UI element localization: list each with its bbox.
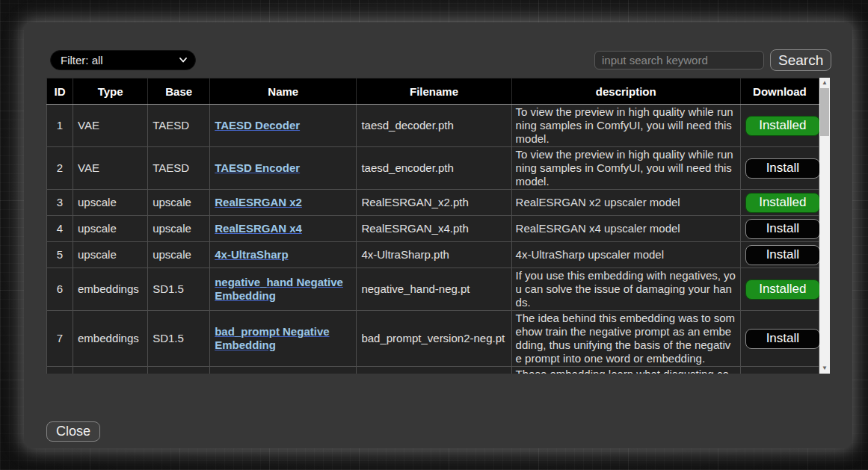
install-models-dialog: Filter: all Search IDTypeBaseNameFilenam…	[24, 22, 852, 448]
cell-base: TAESD	[148, 147, 210, 190]
cell-name: RealESRGAN x2	[210, 190, 357, 216]
scroll-up-button[interactable]: ▲	[819, 78, 830, 88]
cell-name: RealESRGAN x4	[210, 216, 357, 242]
table-row: 6 embeddings SD1.5 negative_hand Negativ…	[47, 268, 819, 311]
install-button[interactable]: Install	[745, 219, 820, 239]
cell-filename: bad_prompt_version2-neg.pt	[357, 311, 511, 367]
install-button[interactable]: Installed	[745, 116, 820, 136]
cell-name: TAESD Decoder	[210, 105, 357, 147]
cell-id: 6	[47, 268, 73, 311]
cell-type: upscale	[73, 242, 148, 268]
cell-type: embeddings	[73, 268, 148, 311]
cell-filename: taesd_decoder.pth	[357, 105, 511, 147]
model-name-link[interactable]: RealESRGAN x2	[215, 196, 302, 208]
cell-filename: taesd_encoder.pth	[357, 147, 511, 190]
cell-id: 4	[47, 216, 73, 242]
close-button[interactable]: Close	[46, 421, 100, 442]
install-button[interactable]: Install	[745, 245, 820, 265]
search-input[interactable]	[594, 51, 764, 69]
column-header-name: Name	[210, 78, 357, 105]
cell-type: VAE	[73, 105, 148, 147]
cell-id: 7	[47, 311, 73, 367]
column-header-download: Download	[740, 78, 819, 105]
cell-base	[148, 367, 210, 374]
cell-filename	[357, 367, 511, 374]
model-name-link[interactable]: 4x-UltraSharp	[215, 248, 288, 261]
model-name-link[interactable]: TAESD Encoder	[215, 161, 300, 174]
column-header-filename: Filename	[357, 78, 511, 105]
cell-description: To view the preview in high quality whil…	[511, 147, 740, 190]
filter-select-wrap: Filter: all	[50, 50, 196, 70]
table-row: 7 embeddings SD1.5 bad_prompt Negative E…	[47, 311, 819, 367]
scroll-down-button[interactable]: ▼	[819, 363, 830, 374]
cell-description: To view the preview in high quality whil…	[511, 105, 740, 147]
install-button[interactable]: Installed	[745, 193, 820, 213]
table-row: 2 VAE TAESD TAESD Encoder taesd_encoder.…	[47, 147, 819, 190]
cell-download: Install	[740, 147, 819, 190]
cell-base: SD1.5	[148, 268, 210, 311]
model-name-link[interactable]: bad_prompt Negative Embedding	[215, 325, 329, 351]
filter-select[interactable]: Filter: all	[50, 50, 196, 70]
scrollbar-thumb[interactable]	[820, 88, 829, 136]
cell-type	[73, 367, 148, 374]
cell-description: 4x-UltraSharp upscaler model	[511, 242, 740, 268]
cell-description: RealESRGAN x4 upscaler model	[511, 216, 740, 242]
cell-description: These embedding learn what disgusting co…	[511, 367, 740, 374]
cell-base: upscale	[148, 216, 210, 242]
column-header-id: ID	[47, 78, 73, 105]
cell-type: upscale	[73, 190, 148, 216]
column-header-description: description	[511, 78, 740, 105]
cell-filename: negative_hand-neg.pt	[357, 268, 511, 311]
cell-base: TAESD	[148, 105, 210, 147]
install-button[interactable]: Install	[745, 329, 820, 349]
cell-download: Installed	[740, 105, 819, 147]
cell-id	[47, 367, 73, 374]
cell-description: RealESRGAN x2 upscaler model	[511, 190, 740, 216]
cell-base: upscale	[148, 242, 210, 268]
cell-name: negative_hand Negative Embedding	[210, 268, 357, 311]
models-table-container: IDTypeBaseNameFilenamedescriptionDownloa…	[46, 78, 830, 374]
cell-filename: RealESRGAN_x4.pth	[357, 216, 511, 242]
cell-name: TAESD Encoder	[210, 147, 357, 190]
model-name-link[interactable]: TAESD Decoder	[215, 119, 300, 132]
search-button[interactable]: Search	[770, 49, 831, 71]
cell-name: 4x-UltraSharp	[210, 242, 357, 268]
models-table: IDTypeBaseNameFilenamedescriptionDownloa…	[46, 78, 819, 374]
cell-id: 5	[47, 242, 73, 268]
table-row: 3 upscale upscale RealESRGAN x2 RealESRG…	[47, 190, 819, 216]
column-header-type: Type	[73, 78, 148, 105]
cell-download	[740, 367, 819, 374]
install-button[interactable]: Installed	[745, 279, 820, 300]
cell-base: SD1.5	[148, 311, 210, 367]
cell-download: Install	[740, 216, 819, 242]
table-scrollbar[interactable]: ▲ ▼	[819, 78, 830, 374]
cell-type: embeddings	[73, 311, 148, 367]
table-row: 1 VAE TAESD TAESD Decoder taesd_decoder.…	[47, 105, 819, 147]
model-name-link[interactable]: RealESRGAN x4	[215, 222, 302, 235]
cell-id: 3	[47, 190, 73, 216]
table-row: These embedding learn what disgusting co…	[47, 367, 819, 374]
cell-name: bad_prompt Negative Embedding	[210, 311, 357, 367]
cell-name	[210, 367, 357, 374]
cell-type: VAE	[73, 147, 148, 190]
cell-base: upscale	[148, 190, 210, 216]
table-body: 1 VAE TAESD TAESD Decoder taesd_decoder.…	[47, 105, 819, 374]
cell-download: Install	[740, 311, 819, 367]
cell-description: If you use this embedding with negatives…	[511, 268, 740, 311]
cell-filename: RealESRGAN_x2.pth	[357, 190, 511, 216]
column-header-base: Base	[148, 78, 210, 105]
cell-download: Installed	[740, 268, 819, 311]
table-row: 5 upscale upscale 4x-UltraSharp 4x-Ultra…	[47, 242, 819, 268]
install-button[interactable]: Install	[745, 158, 820, 179]
table-row: 4 upscale upscale RealESRGAN x4 RealESRG…	[47, 216, 819, 242]
table-header-row: IDTypeBaseNameFilenamedescriptionDownloa…	[47, 78, 819, 105]
cell-type: upscale	[73, 216, 148, 242]
cell-filename: 4x-UltraSharp.pth	[357, 242, 511, 268]
cell-id: 1	[47, 105, 73, 147]
cell-download: Install	[740, 242, 819, 268]
model-name-link[interactable]: negative_hand Negative Embedding	[215, 276, 343, 302]
cell-description: The idea behind this embedding was to so…	[511, 311, 740, 367]
cell-id: 2	[47, 147, 73, 190]
cell-download: Installed	[740, 190, 819, 216]
